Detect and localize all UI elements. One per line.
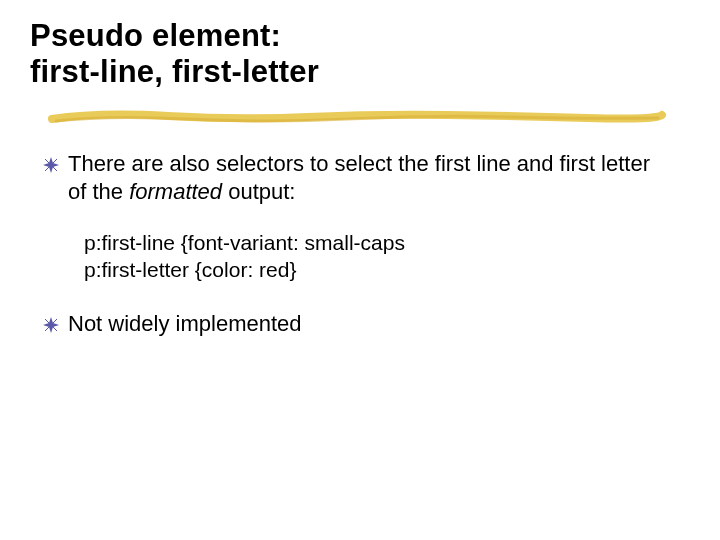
bullet-ornament-icon [42,154,60,176]
slide-body: There are also selectors to select the f… [42,150,662,361]
bullet-1-italic: formatted [129,179,222,204]
code-line-1: p:first-line {font-variant: small-caps [84,229,662,256]
title-line-2: first-line, first-letter [30,54,319,89]
title-underline-stroke [48,105,668,129]
slide-title: Pseudo element: first-line, first-letter [30,18,319,89]
bullet-ornament-icon [42,314,60,336]
slide: Pseudo element: first-line, first-letter… [0,0,720,540]
title-line-1: Pseudo element: [30,18,281,53]
bullet-item-2: Not widely implemented [42,310,662,338]
bullet-2-text: Not widely implemented [68,310,662,338]
code-example: p:first-line {font-variant: small-caps p… [84,229,662,284]
bullet-item-1: There are also selectors to select the f… [42,150,662,205]
bullet-1-part-b: output: [222,179,295,204]
code-line-2: p:first-letter {color: red} [84,256,662,283]
bullet-1-text: There are also selectors to select the f… [68,150,662,205]
